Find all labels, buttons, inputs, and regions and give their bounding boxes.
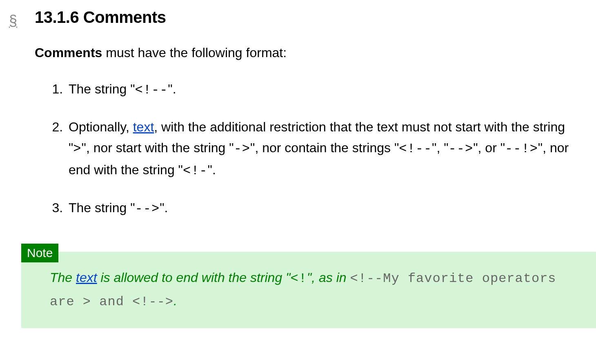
link-text[interactable]: text (133, 120, 154, 134)
text: The string " (69, 82, 135, 96)
section-heading: 13.1.6 Comments (35, 8, 588, 27)
list-item: The string "-->". (67, 198, 588, 219)
code-literal: --!> (505, 141, 538, 156)
code-literal: <!-- (135, 82, 168, 98)
text: ", nor start with the string " (82, 140, 234, 155)
note-text: . (173, 293, 177, 308)
text: ". (160, 200, 168, 215)
section-permalink-icon[interactable]: § (9, 12, 17, 29)
intro-text: must have the following format: (102, 45, 287, 60)
note-text: is allowed to end with the string " (97, 270, 291, 285)
text: Optionally, (69, 120, 133, 134)
note-label: Note (21, 244, 58, 262)
note-body: The text is allowed to end with the stri… (21, 252, 596, 328)
text: ", or " (473, 140, 505, 155)
note-text: ", as in (307, 270, 350, 285)
text: The string " (69, 200, 135, 215)
text: ", nor contain the strings " (250, 140, 399, 155)
code-literal: <! (290, 271, 307, 286)
code-literal: --> (449, 141, 474, 156)
text: ", " (432, 140, 449, 155)
intro-paragraph: Comments must have the following format: (35, 43, 588, 62)
list-item: The string "<!--". (67, 79, 588, 100)
code-literal: <!- (183, 163, 208, 178)
dfn-comments: Comments (35, 45, 102, 60)
link-text[interactable]: text (76, 270, 97, 285)
list-item: Optionally, text, with the additional re… (67, 117, 588, 181)
text: ". (208, 162, 216, 177)
code-literal: > (73, 141, 81, 156)
format-list: The string "<!--". Optionally, text, wit… (35, 79, 588, 219)
code-literal: <!-- (399, 141, 432, 156)
code-literal: --> (135, 201, 160, 216)
text: ". (168, 82, 176, 96)
section-comments: § 13.1.6 Comments Comments must have the… (0, 0, 596, 328)
code-literal: -> (234, 141, 250, 156)
note-text: The (50, 270, 76, 285)
note-block: Note The text is allowed to end with the… (21, 244, 596, 328)
